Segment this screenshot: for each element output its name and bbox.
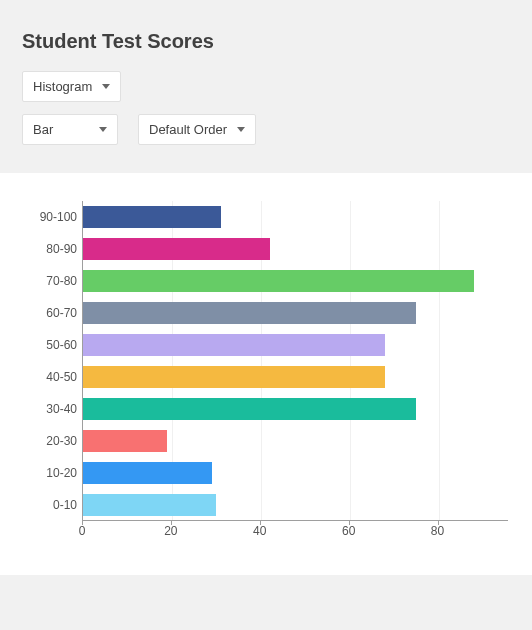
- x-tick-label: 20: [164, 524, 177, 538]
- y-tick-label: 60-70: [25, 302, 77, 324]
- bar-chart: 90-10080-9070-8060-7050-6040-5030-4020-3…: [24, 201, 508, 541]
- bar-row: 20-30: [83, 430, 167, 452]
- bar[interactable]: [83, 302, 416, 324]
- bar-row: 70-80: [83, 270, 474, 292]
- bar[interactable]: [83, 238, 270, 260]
- bar[interactable]: [83, 494, 216, 516]
- chevron-down-icon: [102, 84, 110, 89]
- x-axis: 020406080: [82, 521, 508, 541]
- bar-row: 60-70: [83, 302, 416, 324]
- x-tick-label: 0: [79, 524, 86, 538]
- x-tick-label: 40: [253, 524, 266, 538]
- chevron-down-icon: [237, 127, 245, 132]
- bar-row: 50-60: [83, 334, 385, 356]
- chart-mode-select[interactable]: Histogram: [22, 71, 121, 102]
- controls-row-2: Bar Default Order: [22, 114, 510, 145]
- bar[interactable]: [83, 462, 212, 484]
- bar-type-select[interactable]: Bar: [22, 114, 118, 145]
- y-tick-label: 70-80: [25, 270, 77, 292]
- bar[interactable]: [83, 366, 385, 388]
- x-tick-label: 80: [431, 524, 444, 538]
- page-title: Student Test Scores: [22, 30, 510, 53]
- chart-mode-value: Histogram: [33, 79, 92, 94]
- bar[interactable]: [83, 334, 385, 356]
- chevron-down-icon: [99, 127, 107, 132]
- x-tick-label: 60: [342, 524, 355, 538]
- bar-type-value: Bar: [33, 122, 53, 137]
- sort-order-value: Default Order: [149, 122, 227, 137]
- y-tick-label: 50-60: [25, 334, 77, 356]
- plot-area: 90-10080-9070-8060-7050-6040-5030-4020-3…: [82, 201, 508, 521]
- y-tick-label: 30-40: [25, 398, 77, 420]
- chart-panel: 90-10080-9070-8060-7050-6040-5030-4020-3…: [0, 173, 532, 575]
- bar-row: 80-90: [83, 238, 270, 260]
- y-tick-label: 10-20: [25, 462, 77, 484]
- bar-row: 90-100: [83, 206, 221, 228]
- y-tick-label: 90-100: [25, 206, 77, 228]
- bar[interactable]: [83, 270, 474, 292]
- bar[interactable]: [83, 430, 167, 452]
- gridline: [439, 201, 440, 520]
- y-tick-label: 0-10: [25, 494, 77, 516]
- y-tick-label: 80-90: [25, 238, 77, 260]
- y-tick-label: 20-30: [25, 430, 77, 452]
- bar-row: 10-20: [83, 462, 212, 484]
- bar-row: 0-10: [83, 494, 216, 516]
- bar-row: 40-50: [83, 366, 385, 388]
- gridline: [350, 201, 351, 520]
- bar-row: 30-40: [83, 398, 416, 420]
- controls-row-1: Histogram: [22, 71, 510, 102]
- y-tick-label: 40-50: [25, 366, 77, 388]
- sort-order-select[interactable]: Default Order: [138, 114, 256, 145]
- bar[interactable]: [83, 206, 221, 228]
- bar[interactable]: [83, 398, 416, 420]
